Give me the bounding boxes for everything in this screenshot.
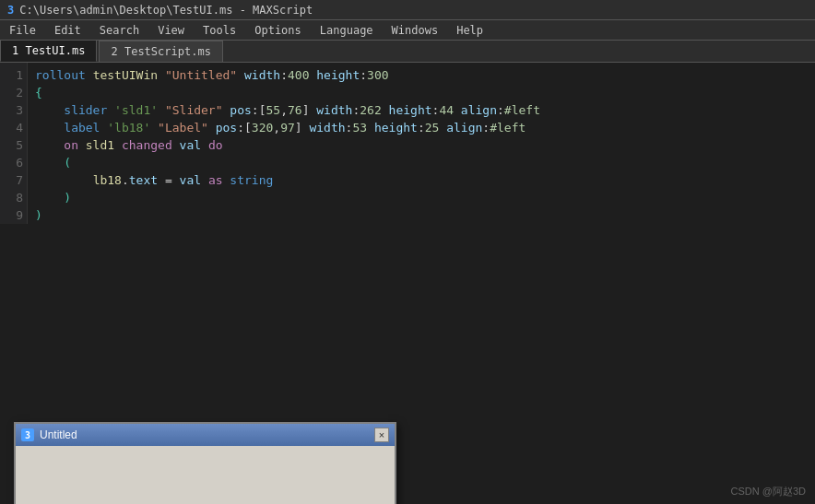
dialog-title-text: Untitled bbox=[40, 428, 77, 441]
code-line-4: label 'lb18' "Label" pos:[320,97] width:… bbox=[35, 119, 808, 136]
menu-view[interactable]: View bbox=[148, 22, 194, 39]
tab-testuims[interactable]: 1 TestUI.ms bbox=[0, 40, 97, 62]
watermark: CSDN @阿赵3D bbox=[731, 485, 806, 498]
title-bar: 3 C:\Users\admin\Desktop\TestUI.ms - MAX… bbox=[0, 0, 815, 20]
line-numbers: 1 2 3 4 5 6 7 8 9 10 bbox=[0, 63, 28, 224]
menu-file[interactable]: File bbox=[0, 22, 45, 39]
code-line-3: slider 'sld1' "Slider" pos:[55,76] width… bbox=[35, 101, 808, 119]
dialog-app-icon: 3 bbox=[21, 428, 34, 441]
dialog-title-left: 3 Untitled bbox=[21, 428, 77, 441]
menu-language[interactable]: Language bbox=[311, 22, 383, 39]
menu-help[interactable]: Help bbox=[447, 22, 492, 39]
title-text: C:\Users\admin\Desktop\TestUI.ms - MAXSc… bbox=[19, 4, 313, 17]
menu-bar: File Edit Search View Tools Options Lang… bbox=[0, 20, 815, 41]
code-line-6: ( bbox=[35, 154, 808, 171]
menu-edit[interactable]: Edit bbox=[45, 22, 90, 39]
code-line-5: on sld1 changed val do bbox=[35, 136, 808, 154]
code-line-7: lb18.text = val as string bbox=[35, 171, 808, 189]
dialog-title-bar: 3 Untitled × bbox=[16, 424, 395, 446]
menu-windows[interactable]: Windows bbox=[383, 22, 448, 39]
code-editor[interactable]: 1 2 3 4 5 6 7 8 9 10 rollout testUIWin "… bbox=[0, 63, 815, 224]
code-line-8: ) bbox=[35, 189, 808, 206]
code-line-2: { bbox=[35, 84, 808, 101]
dialog-window: 3 Untitled × Slider bbox=[14, 422, 396, 504]
menu-options[interactable]: Options bbox=[245, 22, 311, 39]
menu-search[interactable]: Search bbox=[90, 22, 148, 39]
code-line-1: rollout testUIWin "Untitled" width:400 h… bbox=[35, 66, 808, 84]
menu-tools[interactable]: Tools bbox=[194, 22, 245, 39]
dialog-body: Slider bbox=[16, 446, 395, 504]
code-line-9: ) bbox=[35, 206, 808, 224]
app-icon: 3 bbox=[7, 4, 14, 17]
code-lines[interactable]: rollout testUIWin "Untitled" width:400 h… bbox=[28, 63, 815, 224]
tab-testscriptms[interactable]: 2 TestScript.ms bbox=[99, 41, 222, 62]
dialog-close-button[interactable]: × bbox=[374, 428, 389, 442]
tabs-bar: 1 TestUI.ms 2 TestScript.ms bbox=[0, 41, 815, 63]
editor-background: 3 Untitled × Slider bbox=[0, 224, 815, 504]
